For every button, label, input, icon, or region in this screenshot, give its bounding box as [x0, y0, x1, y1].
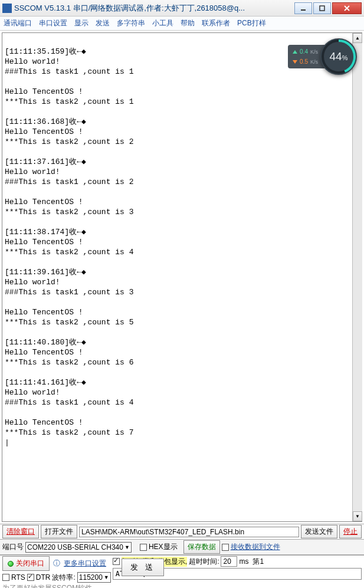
- stop-button[interactable]: 停止: [339, 525, 362, 538]
- menu-contact[interactable]: 联系作者: [202, 18, 230, 28]
- baud-value: 115200: [79, 573, 103, 582]
- port-label: 端口号: [2, 542, 24, 552]
- rts-label: RTS: [11, 573, 25, 582]
- down-arrow-icon: [293, 60, 297, 64]
- file-path-field[interactable]: LASH\MDK-ARM\out\STM32F407_LED_FLASH.bin: [79, 527, 299, 537]
- upload-unit: K/s: [310, 49, 318, 55]
- port-status-led-icon: [8, 561, 14, 567]
- progress-gauge[interactable]: 44%: [320, 38, 357, 75]
- close-port-button[interactable]: 关闭串口: [2, 556, 50, 571]
- console-panel: [11:11:35.159]收←◆ Hello world! ###This i…: [2, 32, 362, 522]
- scroll-track[interactable]: [353, 43, 362, 511]
- clear-window-button[interactable]: 清除窗口: [2, 525, 39, 538]
- dropdown-icon: ▼: [124, 544, 130, 550]
- upload-value: 0.4: [300, 48, 308, 55]
- console-output[interactable]: [11:11:35.159]收←◆ Hello world! ###This i…: [2, 33, 362, 521]
- menu-serial-cfg[interactable]: 串口设置: [39, 18, 67, 28]
- hex-display-checkbox[interactable]: [140, 544, 147, 551]
- up-arrow-icon: [293, 50, 297, 54]
- dtr-label: DTR: [36, 573, 51, 582]
- gauge-percent: 44%: [320, 38, 357, 75]
- gauge-percent-value: 44: [330, 50, 342, 63]
- port-row: 端口号 COM220 USB-SERIAL CH340▼ HEX显示 保存数据 …: [0, 539, 364, 555]
- menu-multistring[interactable]: 多字符串: [117, 18, 145, 28]
- port-select[interactable]: COM220 USB-SERIAL CH340▼: [25, 542, 132, 553]
- dropdown-icon: ▼: [104, 574, 109, 580]
- maximize-button[interactable]: [313, 2, 331, 14]
- send-button[interactable]: 发 送: [122, 559, 164, 576]
- window-title: SSCOM V5.13.1 串口/网络数据调试器,作者:大虾丁丁,2618058…: [14, 3, 293, 14]
- hint-line1: 为了更好地发展SSCOM软件: [2, 584, 92, 588]
- menu-pcb[interactable]: PCB打样: [237, 18, 266, 28]
- ms-label: ms: [239, 557, 248, 566]
- send-file-button[interactable]: 发送文件: [301, 525, 337, 538]
- download-speed: 0.5 K/s: [293, 58, 318, 65]
- timeout-input[interactable]: 20: [221, 556, 237, 567]
- save-data-button[interactable]: 保存数据: [183, 540, 220, 554]
- upload-speed: 0.4 K/s: [293, 48, 318, 55]
- file-row: 清除窗口 打开文件 LASH\MDK-ARM\out\STM32F407_LED…: [0, 524, 364, 539]
- vertical-scrollbar[interactable]: ▲ ▼: [352, 33, 362, 521]
- speed-gauge-overlay: 0.4 K/s 0.5 K/s 44%: [288, 38, 357, 75]
- timestamp-checkbox[interactable]: [113, 558, 120, 565]
- port-select-value: COM220 USB-SERIAL CH340: [27, 543, 123, 551]
- close-port-label: 关闭串口: [16, 559, 44, 569]
- scroll-down-icon[interactable]: ▼: [353, 511, 362, 521]
- app-icon: [2, 4, 12, 13]
- open-file-button[interactable]: 打开文件: [41, 525, 77, 538]
- menu-comm-port[interactable]: 通讯端口: [4, 18, 32, 28]
- window-titlebar: SSCOM V5.13.1 串口/网络数据调试器,作者:大虾丁丁,2618058…: [0, 0, 364, 17]
- rts-checkbox[interactable]: [2, 574, 9, 581]
- more-settings-link[interactable]: 更多串口设置: [64, 559, 106, 569]
- minimize-button[interactable]: [294, 2, 312, 14]
- menu-help[interactable]: 帮助: [181, 18, 195, 28]
- recv-to-file-checkbox[interactable]: [222, 544, 229, 551]
- line-label: 第1: [252, 557, 264, 567]
- menu-bar: 通讯端口 串口设置 显示 发送 多字符串 小工具 帮助 联系作者 PCB打样: [0, 17, 364, 31]
- menu-tools[interactable]: 小工具: [152, 18, 173, 28]
- timeout-label: 超时时间:: [189, 557, 219, 567]
- menu-send[interactable]: 发送: [96, 18, 110, 28]
- percent-sign-icon: %: [342, 54, 348, 61]
- close-button[interactable]: [332, 2, 362, 14]
- dtr-checkbox[interactable]: [27, 574, 34, 581]
- baud-select[interactable]: 115200▼: [77, 572, 111, 583]
- download-value: 0.5: [300, 58, 308, 65]
- svg-rect-1: [320, 6, 324, 11]
- help-icon[interactable]: ⓘ: [51, 559, 62, 569]
- lower-controls: 关闭串口 ⓘ 更多串口设置 RTS DTR 波特率: 115200▼ 为了更好地…: [0, 555, 364, 588]
- recv-to-file-link[interactable]: 接收数据到文件: [231, 542, 280, 552]
- download-unit: K/s: [310, 59, 318, 65]
- menu-display[interactable]: 显示: [74, 18, 88, 28]
- hex-display-label: HEX显示: [149, 542, 178, 552]
- baud-label: 波特率:: [52, 573, 75, 583]
